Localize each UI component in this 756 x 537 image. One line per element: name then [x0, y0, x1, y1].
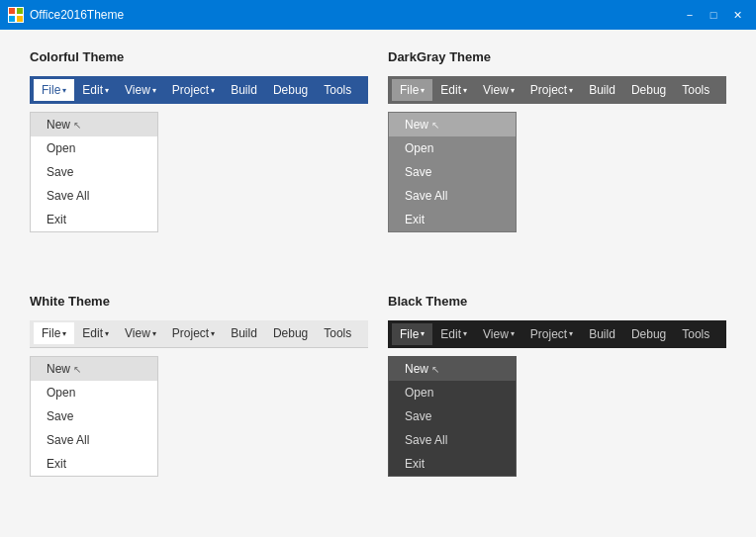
- black-build-menu[interactable]: Build: [581, 323, 623, 345]
- black-dropdown: New ↖ Open Save Save All Exit: [388, 356, 517, 477]
- dg-project-arrow-icon: ▾: [569, 86, 573, 95]
- darkgray-menubar: File ▾ Edit ▾ View ▾ Project ▾ Build Deb…: [388, 76, 726, 104]
- w-view-arrow-icon: ▾: [152, 329, 156, 338]
- b-file-arrow-icon: ▾: [421, 329, 425, 338]
- window-title: Office2016Theme: [30, 8, 124, 22]
- colorful-view-menu[interactable]: View ▾: [117, 79, 164, 101]
- maximize-button[interactable]: □: [703, 4, 724, 26]
- dg-view-arrow-icon: ▾: [511, 86, 515, 95]
- white-menubar: File ▾ Edit ▾ View ▾ Project ▾ Build Deb…: [30, 320, 368, 348]
- black-save-item[interactable]: Save: [389, 404, 516, 428]
- white-new-item[interactable]: New ↖: [31, 357, 157, 381]
- black-saveall-item[interactable]: Save All: [389, 428, 516, 452]
- colorful-exit-item[interactable]: Exit: [31, 208, 157, 231]
- w-file-arrow-icon: ▾: [62, 329, 66, 338]
- white-open-item[interactable]: Open: [31, 381, 157, 404]
- main-content: Colorful Theme File ▾ Edit ▾ View ▾ Proj…: [0, 30, 756, 537]
- colorful-save-item[interactable]: Save: [31, 160, 157, 184]
- colorful-saveall-item[interactable]: Save All: [31, 184, 157, 208]
- minimize-button[interactable]: −: [679, 4, 701, 26]
- white-debug-menu[interactable]: Debug: [265, 322, 316, 344]
- white-tools-menu[interactable]: Tools: [316, 322, 359, 344]
- app-icon: [8, 7, 24, 23]
- white-build-menu[interactable]: Build: [223, 322, 265, 344]
- darkgray-view-menu[interactable]: View ▾: [475, 79, 522, 101]
- white-saveall-item[interactable]: Save All: [31, 428, 157, 452]
- dg-edit-arrow-icon: ▾: [463, 86, 467, 95]
- white-panel-title: White Theme: [30, 294, 368, 309]
- black-project-menu[interactable]: Project ▾: [522, 323, 581, 345]
- titlebar: Office2016Theme − □ ✕: [0, 0, 756, 30]
- project-arrow-icon: ▾: [211, 86, 215, 95]
- darkgray-project-menu[interactable]: Project ▾: [522, 79, 581, 101]
- svg-rect-1: [17, 8, 23, 14]
- svg-rect-0: [9, 8, 15, 14]
- white-edit-menu[interactable]: Edit ▾: [74, 322, 117, 344]
- darkgray-save-item[interactable]: Save: [389, 160, 516, 184]
- view-arrow-icon: ▾: [152, 86, 156, 95]
- b-view-arrow-icon: ▾: [511, 329, 515, 338]
- black-menubar: File ▾ Edit ▾ View ▾ Project ▾ Build Deb…: [388, 320, 726, 348]
- black-tools-menu[interactable]: Tools: [674, 323, 717, 345]
- darkgray-panel-title: DarkGray Theme: [388, 49, 726, 64]
- close-button[interactable]: ✕: [726, 4, 748, 26]
- svg-rect-2: [9, 16, 15, 22]
- darkgray-debug-menu[interactable]: Debug: [623, 79, 674, 101]
- edit-arrow-icon: ▾: [105, 86, 109, 95]
- darkgray-build-menu[interactable]: Build: [581, 79, 623, 101]
- colorful-file-menu[interactable]: File ▾: [34, 79, 74, 101]
- darkgray-exit-item[interactable]: Exit: [389, 208, 516, 231]
- black-panel-title: Black Theme: [388, 294, 726, 309]
- colorful-panel: Colorful Theme File ▾ Edit ▾ View ▾ Proj…: [30, 49, 368, 274]
- darkgray-new-item[interactable]: New ↖: [389, 113, 516, 136]
- colorful-tools-menu[interactable]: Tools: [316, 79, 359, 101]
- colorful-panel-title: Colorful Theme: [30, 49, 368, 64]
- darkgray-tools-menu[interactable]: Tools: [674, 79, 717, 101]
- colorful-open-item[interactable]: Open: [31, 136, 157, 160]
- black-file-menu[interactable]: File ▾: [392, 323, 432, 345]
- white-panel: White Theme File ▾ Edit ▾ View ▾ Project…: [30, 294, 368, 518]
- w-edit-arrow-icon: ▾: [105, 329, 109, 338]
- b-project-arrow-icon: ▾: [569, 329, 573, 338]
- darkgray-dropdown: New ↖ Open Save Save All Exit: [388, 112, 517, 232]
- black-open-item[interactable]: Open: [389, 381, 516, 404]
- panels-grid: Colorful Theme File ▾ Edit ▾ View ▾ Proj…: [30, 49, 726, 517]
- darkgray-file-menu[interactable]: File ▾: [392, 79, 432, 101]
- darkgray-saveall-item[interactable]: Save All: [389, 184, 516, 208]
- colorful-build-menu[interactable]: Build: [223, 79, 265, 101]
- file-arrow-icon: ▾: [62, 86, 66, 95]
- darkgray-panel: DarkGray Theme File ▾ Edit ▾ View ▾ Proj…: [388, 49, 726, 274]
- b-edit-arrow-icon: ▾: [463, 329, 467, 338]
- white-dropdown: New ↖ Open Save Save All Exit: [30, 356, 158, 477]
- colorful-menubar: File ▾ Edit ▾ View ▾ Project ▾ Build Deb…: [30, 76, 368, 104]
- black-new-item[interactable]: New ↖: [389, 357, 516, 381]
- white-exit-item[interactable]: Exit: [31, 452, 157, 476]
- black-panel: Black Theme File ▾ Edit ▾ View ▾ Project…: [388, 294, 726, 518]
- titlebar-left: Office2016Theme: [8, 7, 124, 23]
- colorful-debug-menu[interactable]: Debug: [265, 79, 316, 101]
- dg-file-arrow-icon: ▾: [421, 86, 425, 95]
- w-project-arrow-icon: ▾: [211, 329, 215, 338]
- darkgray-open-item[interactable]: Open: [389, 136, 516, 160]
- white-view-menu[interactable]: View ▾: [117, 322, 164, 344]
- colorful-new-item[interactable]: New ↖: [31, 113, 157, 136]
- black-view-menu[interactable]: View ▾: [475, 323, 522, 345]
- white-save-item[interactable]: Save: [31, 404, 157, 428]
- colorful-dropdown: New ↖ Open Save Save All Exit: [30, 112, 158, 232]
- black-debug-menu[interactable]: Debug: [623, 323, 674, 345]
- titlebar-controls: − □ ✕: [679, 4, 748, 26]
- darkgray-edit-menu[interactable]: Edit ▾: [432, 79, 475, 101]
- white-project-menu[interactable]: Project ▾: [164, 322, 223, 344]
- black-exit-item[interactable]: Exit: [389, 452, 516, 476]
- black-edit-menu[interactable]: Edit ▾: [432, 323, 475, 345]
- svg-rect-3: [17, 16, 23, 22]
- colorful-edit-menu[interactable]: Edit ▾: [74, 79, 117, 101]
- white-file-menu[interactable]: File ▾: [34, 322, 74, 344]
- colorful-project-menu[interactable]: Project ▾: [164, 79, 223, 101]
